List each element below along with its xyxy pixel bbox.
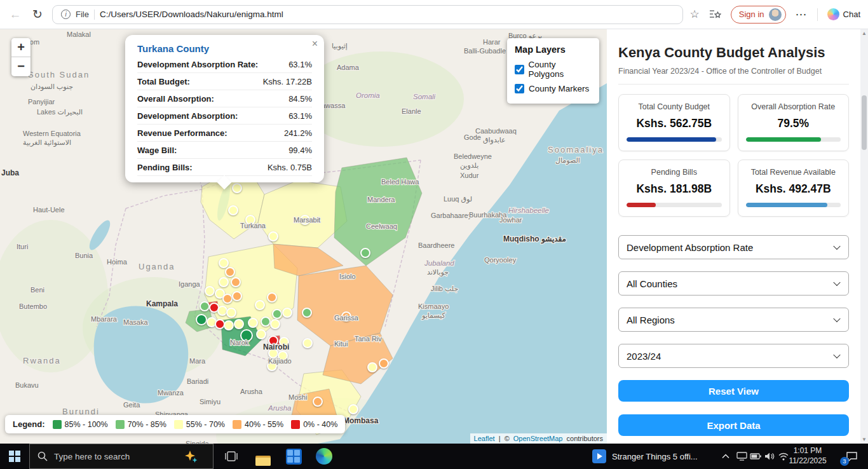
map-label: Beled Hawa [381, 178, 419, 186]
favorite-star-icon[interactable]: ☆ [690, 8, 700, 21]
scroll-down-arrow[interactable]: ▼ [860, 437, 868, 442]
more-options-button[interactable]: ⋯ [796, 8, 808, 22]
county-marker[interactable] [210, 303, 219, 312]
county-marker[interactable] [207, 318, 216, 327]
windows-logo-icon [9, 451, 20, 462]
toolbar-right: ☆ Sign in ⋯ Chat [690, 6, 860, 24]
county-marker[interactable] [231, 278, 240, 287]
notification-count-badge: 3 [840, 457, 849, 466]
zoom-in-button[interactable]: + [11, 38, 31, 57]
map-label: Simiyu [200, 398, 220, 405]
chat-button[interactable]: Chat [827, 8, 860, 20]
popup-close-button[interactable]: × [312, 38, 318, 50]
sign-in-button[interactable]: Sign in [731, 6, 786, 24]
action-center-button[interactable]: 3 [839, 444, 864, 469]
county-marker[interactable] [302, 308, 311, 317]
stat-card-revenue: Total Revenue Available Kshs. 492.47B [738, 160, 850, 217]
back-button[interactable]: ← [8, 8, 23, 22]
media-title: Stranger Things 5 offi... [612, 452, 698, 461]
osm-link[interactable]: OpenStreetMap [513, 435, 563, 442]
county-marker[interactable] [215, 320, 224, 329]
page-info-icon[interactable]: i [61, 10, 71, 19]
map-label: Mombasa [343, 416, 379, 425]
county-marker[interactable] [283, 308, 292, 317]
county-marker[interactable] [303, 339, 312, 348]
scroll-up-arrow[interactable]: ▲ [860, 31, 868, 36]
taskbar-search[interactable]: Type here to search [29, 444, 214, 469]
map-label: Adama [337, 64, 360, 71]
county-marker[interactable] [261, 317, 270, 326]
map-label: Beni [31, 286, 44, 294]
start-button[interactable] [0, 444, 29, 469]
county-marker[interactable] [227, 308, 236, 317]
copilot-sparkle-icon[interactable] [184, 449, 199, 465]
county-marker[interactable] [234, 320, 243, 329]
county-marker[interactable] [269, 232, 278, 241]
county-marker[interactable] [268, 293, 276, 302]
region-select[interactable]: All Regions [618, 308, 849, 332]
edge-browser-button[interactable] [310, 444, 338, 469]
leaflet-link[interactable]: Leaflet [474, 435, 495, 442]
layer-option-markers[interactable]: County Markers [515, 84, 592, 93]
year-select[interactable]: 2023/24 [618, 344, 849, 368]
county-marker[interactable] [255, 301, 264, 309]
county-marker[interactable] [349, 405, 358, 414]
county-marker[interactable] [233, 292, 241, 301]
analysis-panel: Kenya County Budget Analysis Financial Y… [607, 29, 860, 444]
map-label: Beledweyne [454, 153, 492, 160]
county-polygons-checkbox[interactable] [515, 65, 524, 74]
year-select-wrap: 2023/24 [618, 344, 849, 368]
map-label: Ceelwaaq [366, 222, 397, 230]
volume-tray-button[interactable] [763, 444, 776, 469]
layer-option-polygons[interactable]: County Polygons [515, 60, 592, 79]
address-bar[interactable]: i File C:/Users/USER/Downloads/Nakuru/en… [52, 5, 683, 24]
stat-card-total-budget: Total County Budget Kshs. 562.75B [618, 94, 730, 151]
county-marker[interactable] [223, 294, 232, 303]
county-marker[interactable] [219, 259, 228, 268]
map-label: Garbahaarey [431, 212, 472, 219]
county-marker[interactable] [257, 330, 266, 339]
media-control[interactable]: Stranger Things 5 offi... [592, 444, 698, 469]
progress-track [746, 203, 841, 207]
county-marker[interactable] [196, 315, 207, 325]
page-scrollbar[interactable]: ▲ ▼ [860, 29, 868, 444]
legend-item: 40% - 55% [233, 420, 283, 429]
export-data-button[interactable]: Export Data [618, 414, 849, 436]
county-marker[interactable] [200, 302, 209, 311]
county-marker[interactable] [229, 206, 238, 215]
scrollbar-thumb[interactable] [862, 95, 867, 150]
refresh-button[interactable]: ↻ [30, 7, 45, 22]
blue-tiles-app-button[interactable] [280, 444, 308, 469]
zoom-out-button[interactable]: − [11, 57, 31, 76]
map-label: جنوب السودان [31, 83, 73, 91]
map-canvas[interactable]: MalakalMayomSouth Sudanجنوب السودانPanyi… [0, 29, 607, 444]
county-marker[interactable] [248, 318, 257, 327]
county-markers-checkbox[interactable] [515, 84, 524, 93]
clock-date: 11/22/2025 [789, 456, 826, 466]
map-label: جوبالاند [427, 268, 449, 276]
county-marker[interactable] [224, 321, 233, 330]
popup-title: Turkana County [137, 43, 312, 54]
reset-view-button[interactable]: Reset View [618, 380, 849, 402]
county-marker[interactable] [271, 320, 280, 329]
county-marker[interactable] [226, 268, 234, 276]
county-marker[interactable] [205, 287, 214, 296]
file-explorer-button[interactable] [249, 444, 277, 469]
hidden-icons-button[interactable] [718, 444, 733, 469]
task-view-button[interactable] [219, 444, 244, 469]
county-marker[interactable] [218, 306, 227, 315]
display-tray-button[interactable] [735, 444, 749, 469]
county-marker[interactable] [273, 309, 281, 318]
taskbar-clock[interactable]: 1:01 PM 11/22/2025 [783, 444, 832, 469]
county-marker[interactable] [313, 397, 322, 406]
county-marker[interactable] [233, 184, 241, 193]
legend-item: 55% - 70% [174, 420, 225, 429]
metric-select[interactable]: Development Absorption Rate [618, 235, 849, 259]
favorites-list-icon[interactable] [709, 9, 721, 20]
battery-tray-button[interactable] [749, 444, 763, 469]
county-select[interactable]: All Counties [618, 271, 849, 296]
county-marker[interactable] [379, 359, 388, 368]
county-marker[interactable] [368, 363, 377, 372]
county-marker[interactable] [361, 248, 370, 257]
county-marker[interactable] [219, 278, 228, 287]
